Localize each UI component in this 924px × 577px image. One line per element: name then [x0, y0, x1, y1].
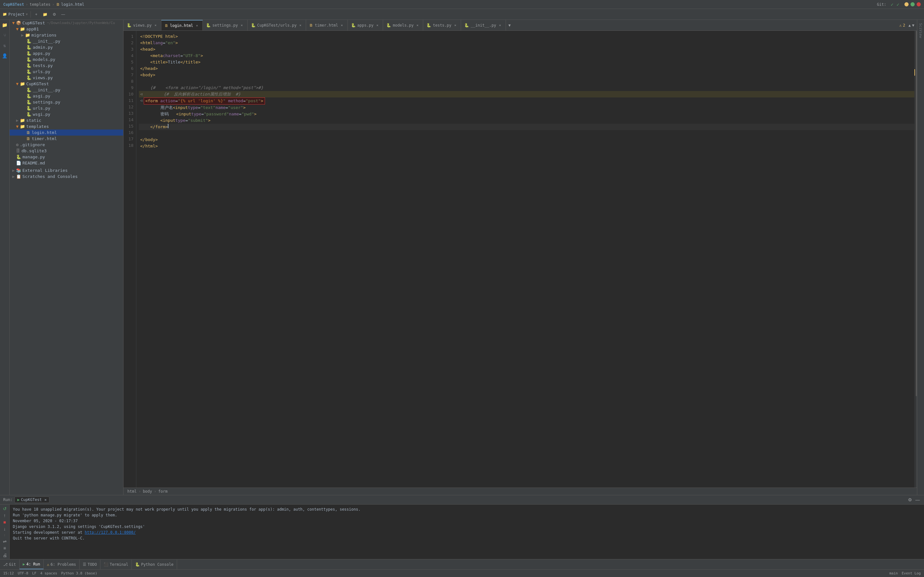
bottom-tab-todo[interactable]: ☰ TODO: [79, 560, 100, 569]
tree-asgi-py[interactable]: 🐍 asgi.py: [10, 93, 123, 99]
add-file-btn[interactable]: +: [33, 11, 39, 18]
activity-commit-icon[interactable]: ⑂: [1, 31, 9, 39]
tab-models-py-close[interactable]: ✕: [415, 23, 420, 27]
settings-btn[interactable]: ⚙: [51, 11, 58, 18]
tab-init-py[interactable]: 🐍 __init__.py ✕: [461, 20, 506, 31]
collapse-btn[interactable]: —: [59, 11, 67, 18]
tree-wsgi-py[interactable]: 🐍 wsgi.py: [10, 111, 123, 117]
scratches-icon: 📋: [16, 174, 21, 179]
tab-tests-py-close[interactable]: ✕: [453, 23, 457, 27]
tree-urls-py2[interactable]: 🐍 urls.py: [10, 105, 123, 111]
tree-init-py2[interactable]: 🐍 __init__.py: [10, 87, 123, 93]
tree-login-html[interactable]: 🗎 login.html: [10, 129, 123, 135]
breadcrumb-form: form: [158, 489, 168, 494]
status-line-ending[interactable]: LF: [32, 571, 36, 575]
tab-apps-py-close[interactable]: ✕: [375, 23, 380, 27]
tree-gitignore[interactable]: ⚙ .gitignore: [10, 142, 123, 148]
bottom-tab-python-console[interactable]: 🐍 Python Console: [132, 560, 177, 569]
minimap[interactable]: [914, 31, 917, 488]
tree-urls-py1[interactable]: 🐍 urls.py: [10, 69, 123, 75]
run-tab-close[interactable]: ✕: [44, 498, 47, 502]
tree-static[interactable]: ▶ 📁 static: [10, 117, 123, 123]
checkmark-icon[interactable]: ✓: [891, 2, 893, 7]
run-filter-btn[interactable]: ≡: [2, 546, 8, 551]
run-wrap-btn[interactable]: ⇌: [2, 539, 8, 544]
server-url-link[interactable]: http://127.0.0.1:8000/: [85, 530, 136, 535]
status-python[interactable]: Python 3.8 (base): [61, 571, 97, 575]
tree-timer-html[interactable]: 🗎 timer.html: [10, 135, 123, 142]
sciview-icon[interactable]: SciView: [918, 21, 923, 40]
tree-sqlite-name: db.sqlite3: [21, 148, 47, 153]
bottom-tab-git[interactable]: ⎇ Git: [0, 560, 19, 569]
tab-init-py-close[interactable]: ✕: [498, 23, 502, 27]
tree-apps-py[interactable]: 🐍 apps.py: [10, 50, 123, 56]
run-tab[interactable]: ▶ CupKGTest ✕: [15, 496, 50, 503]
run-panel-close-btn[interactable]: —: [914, 496, 921, 503]
tab-settings-py-close[interactable]: ✕: [240, 23, 244, 27]
tree-cupkgtest-folder[interactable]: ▼ 📁 CupKGTest: [10, 81, 123, 87]
tab-login-html-close[interactable]: ✕: [195, 23, 199, 28]
tab-views-py-close[interactable]: ✕: [153, 23, 158, 27]
status-indent[interactable]: 4 spaces: [40, 571, 57, 575]
chevron-up-btn[interactable]: ▲: [909, 23, 911, 27]
tree-app01[interactable]: ▼ 📁 app01: [10, 26, 123, 32]
run-print-btn[interactable]: 🖨: [2, 552, 8, 558]
tab-login-html[interactable]: 🗎 login.html ✕: [162, 20, 203, 31]
tree-migrations[interactable]: ▶ 📁 migrations: [10, 32, 123, 38]
add-folder-btn[interactable]: 📁: [41, 11, 49, 18]
maximize-btn[interactable]: [911, 2, 915, 6]
run-restart-btn[interactable]: ↺: [2, 506, 8, 511]
check2-icon[interactable]: ✓: [897, 2, 899, 7]
tab-tests-py[interactable]: 🐍 tests.py ✕: [423, 20, 461, 31]
code-text: </html>: [140, 143, 158, 149]
run-scroll-down-btn[interactable]: ↓: [2, 526, 8, 532]
tree-settings-py[interactable]: 🐍 settings.py: [10, 99, 123, 105]
close-btn[interactable]: [917, 2, 921, 6]
minimize-btn[interactable]: [905, 2, 909, 6]
tab-timer-html[interactable]: 🗎 timer.html ✕: [306, 20, 347, 31]
tab-models-py[interactable]: 🐍 models.py ✕: [383, 20, 423, 31]
app01-arrow: ▼: [16, 27, 19, 31]
tab-cupkgtest-urls-close[interactable]: ✕: [298, 23, 302, 27]
tab-more[interactable]: ▼: [506, 23, 513, 27]
bottom-tab-terminal[interactable]: ⬛ Terminal: [100, 560, 132, 569]
toolbar-project-dropdown[interactable]: ▼: [26, 13, 28, 16]
activity-project-icon[interactable]: 📁: [1, 21, 9, 29]
tree-sqlite[interactable]: 🗄 db.sqlite3: [10, 148, 123, 154]
status-event-log[interactable]: Event Log: [901, 571, 921, 575]
warning-badge[interactable]: ⚠ 2 ▲ ▼: [897, 23, 917, 27]
activity-pullrequest-icon[interactable]: ⇅: [1, 42, 9, 49]
status-encoding[interactable]: UTF-8: [18, 571, 28, 575]
tree-scratches[interactable]: ▶ 📋 Scratches and Consoles: [10, 173, 123, 179]
tab-tests-py-label: tests.py: [433, 23, 451, 27]
tree-templates[interactable]: ▼ 📁 templates: [10, 123, 123, 129]
status-left: 15:12 UTF-8 LF 4 spaces Python 3.8 (base…: [3, 571, 97, 575]
tree-views-py[interactable]: 🐍 views.py: [10, 75, 123, 81]
chevron-down-btn[interactable]: ▼: [912, 23, 914, 27]
tree-init-py1[interactable]: 🐍 __init__.py: [10, 38, 123, 44]
tab-views-py[interactable]: 🐍 views.py ✕: [124, 20, 162, 31]
activity-user-icon[interactable]: 👤: [1, 52, 9, 60]
wsgi-py-icon: 🐍: [26, 112, 31, 117]
run-settings-btn[interactable]: ⚙: [907, 496, 913, 503]
tree-tests-py[interactable]: 🐍 tests.py: [10, 63, 123, 69]
bottom-tab-run[interactable]: ▶ 4: Run: [19, 560, 44, 569]
tab-settings-py[interactable]: 🐍 settings.py ✕: [203, 20, 247, 31]
tab-cupkgtest-urls[interactable]: 🐍 CupKGTest/urls.py ✕: [248, 20, 306, 31]
run-stop-btn[interactable]: ■: [2, 519, 8, 525]
status-branch[interactable]: main: [889, 571, 898, 575]
tree-root[interactable]: ▼ 📦 CupKGTest ~/Downloads/jupyter/Python…: [10, 20, 123, 26]
tab-views-py-label: views.py: [133, 23, 152, 27]
code-area[interactable]: <!DOCTYPE html> <html lang="en"> <head> …: [136, 31, 914, 488]
tree-models-py[interactable]: 🐍 models.py: [10, 56, 123, 63]
tree-external-libs[interactable]: ▶ 📚 External Libraries: [10, 167, 123, 173]
tab-apps-py[interactable]: 🐍 apps.py ✕: [348, 20, 383, 31]
run-scroll-up-btn[interactable]: ↑: [2, 513, 8, 518]
tree-admin-py[interactable]: 🐍 admin.py: [10, 44, 123, 50]
bottom-tab-problems[interactable]: ⚠ 6: Problems: [44, 560, 79, 569]
tree-readme[interactable]: 📄 README.md: [10, 160, 123, 166]
code-text: >: [243, 105, 246, 111]
tree-manage-py[interactable]: 🐍 manage.py: [10, 154, 123, 160]
tab-timer-html-close[interactable]: ✕: [340, 23, 344, 27]
code-line-17: </body>: [139, 137, 914, 143]
